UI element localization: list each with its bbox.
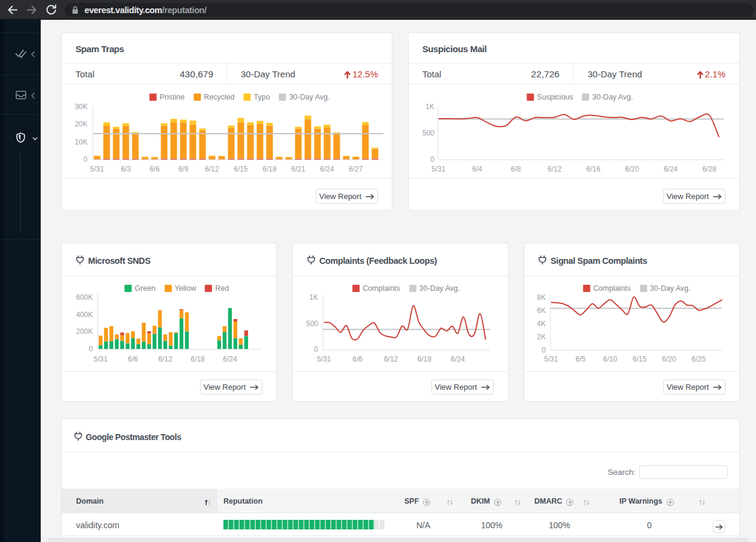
svg-text:6/20: 6/20 [625, 165, 639, 173]
svg-text:5/31: 5/31 [93, 355, 108, 363]
svg-text:1K: 1K [425, 103, 434, 111]
svg-text:0: 0 [314, 345, 318, 354]
svg-text:6/6: 6/6 [150, 165, 160, 173]
svg-text:6/12: 6/12 [158, 355, 173, 363]
svg-text:200K: 200K [76, 327, 93, 336]
svg-text:6/3: 6/3 [121, 165, 131, 173]
svg-text:6/9: 6/9 [179, 165, 189, 173]
svg-text:2K: 2K [537, 333, 546, 341]
svg-text:6/15: 6/15 [234, 165, 248, 173]
svg-text:4K: 4K [537, 320, 546, 328]
svg-text:6K: 6K [537, 306, 546, 315]
svg-text:6/18: 6/18 [418, 355, 432, 363]
svg-text:6/12: 6/12 [548, 165, 562, 173]
svg-text:0: 0 [430, 155, 434, 164]
svg-text:6/18: 6/18 [262, 165, 277, 173]
svg-text:6/28: 6/28 [703, 165, 717, 173]
svg-text:6/25: 6/25 [692, 355, 706, 363]
svg-text:6/20: 6/20 [662, 355, 676, 363]
svg-text:5/31: 5/31 [90, 165, 104, 173]
svg-text:10K: 10K [75, 138, 87, 146]
svg-text:6/18: 6/18 [190, 355, 205, 363]
svg-text:6/15: 6/15 [633, 355, 647, 363]
svg-text:400K: 400K [76, 311, 93, 319]
svg-text:6/24: 6/24 [223, 355, 237, 363]
svg-text:6/24: 6/24 [320, 165, 334, 173]
svg-text:500: 500 [306, 320, 318, 328]
svg-text:6/4: 6/4 [472, 165, 482, 173]
svg-text:30K: 30K [75, 103, 87, 111]
svg-text:6/27: 6/27 [349, 165, 363, 173]
svg-text:6/6: 6/6 [128, 355, 138, 363]
svg-text:600K: 600K [76, 293, 93, 302]
svg-text:0: 0 [83, 155, 87, 164]
svg-text:6/24: 6/24 [451, 355, 465, 363]
svg-text:6/21: 6/21 [291, 165, 306, 173]
svg-text:1K: 1K [309, 293, 318, 302]
svg-text:6/24: 6/24 [664, 165, 678, 173]
svg-text:6/6: 6/6 [352, 355, 362, 363]
svg-text:0: 0 [542, 346, 546, 354]
svg-text:20K: 20K [75, 120, 87, 128]
svg-text:5/31: 5/31 [544, 355, 558, 363]
svg-text:6/16: 6/16 [586, 165, 601, 173]
svg-text:500: 500 [422, 129, 434, 137]
svg-text:5/31: 5/31 [317, 355, 331, 363]
svg-text:6/10: 6/10 [603, 355, 618, 363]
svg-text:6/12: 6/12 [205, 165, 219, 173]
svg-text:0: 0 [89, 345, 93, 353]
svg-text:5/31: 5/31 [431, 165, 446, 173]
svg-text:6/5: 6/5 [576, 355, 586, 363]
svg-text:6/8: 6/8 [511, 165, 521, 173]
svg-text:8K: 8K [537, 293, 546, 302]
svg-text:6/12: 6/12 [384, 355, 398, 363]
